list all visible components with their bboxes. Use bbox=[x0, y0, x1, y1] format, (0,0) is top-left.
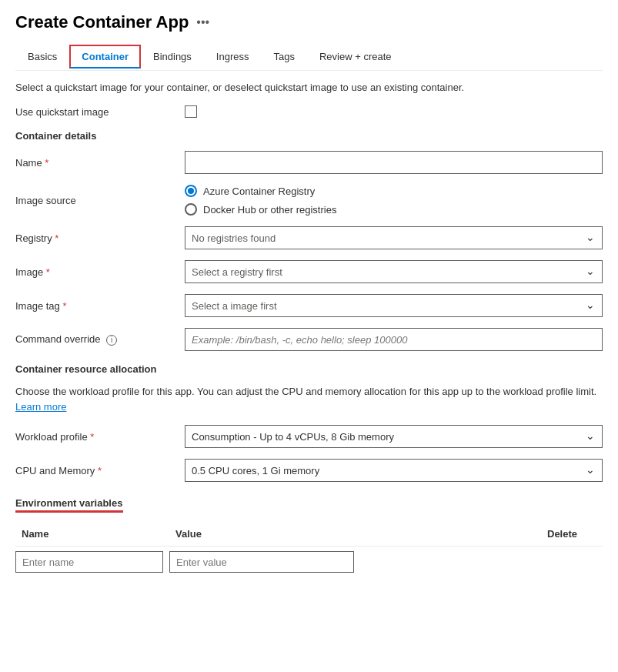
ellipsis-menu-icon[interactable]: ••• bbox=[196, 15, 209, 29]
cpu-memory-control: 0.5 CPU cores, 1 Gi memory bbox=[185, 459, 603, 482]
name-row: Name * bbox=[15, 151, 603, 174]
command-override-row: Command override i bbox=[15, 328, 603, 351]
quickstart-checkbox[interactable] bbox=[185, 105, 197, 118]
tab-ingress[interactable]: Ingress bbox=[204, 45, 262, 70]
container-details-title: Container details bbox=[15, 130, 603, 142]
tab-container[interactable]: Container bbox=[69, 45, 141, 69]
cpu-memory-label: CPU and Memory * bbox=[15, 465, 185, 476]
image-select[interactable]: Select a registry first bbox=[185, 260, 603, 283]
tab-review-create[interactable]: Review + create bbox=[307, 45, 404, 70]
image-tag-select[interactable]: Select a image first bbox=[185, 294, 603, 317]
env-row-1 bbox=[15, 551, 603, 573]
image-label: Image * bbox=[15, 266, 185, 278]
env-name-input[interactable] bbox=[15, 551, 163, 573]
radio-acr-label: Azure Container Registry bbox=[203, 186, 315, 197]
learn-more-link[interactable]: Learn more bbox=[15, 401, 66, 413]
registry-select[interactable]: No registries found bbox=[185, 226, 603, 249]
tab-tags[interactable]: Tags bbox=[261, 45, 306, 70]
image-source-label: Image source bbox=[15, 195, 185, 206]
registry-select-wrapper: No registries found bbox=[185, 226, 603, 249]
workload-select[interactable]: Consumption - Up to 4 vCPUs, 8 Gib memor… bbox=[185, 425, 603, 448]
workload-profile-label: Workload profile * bbox=[15, 431, 185, 443]
image-row: Image * Select a registry first bbox=[15, 260, 603, 283]
env-table: Name Value Delete bbox=[15, 522, 603, 573]
env-col-name-header: Name bbox=[15, 525, 169, 543]
tab-bar: Basics Container Bindings Ingress Tags R… bbox=[15, 45, 603, 71]
cpu-memory-row: CPU and Memory * 0.5 CPU cores, 1 Gi mem… bbox=[15, 459, 603, 482]
workload-profile-control: Consumption - Up to 4 vCPUs, 8 Gib memor… bbox=[185, 425, 603, 448]
env-variables-section: Environment variables Name Value Delete bbox=[15, 497, 603, 573]
radio-docker[interactable]: Docker Hub or other registries bbox=[185, 203, 603, 216]
image-source-radio-group: Azure Container Registry Docker Hub or o… bbox=[185, 185, 603, 216]
image-source-control: Azure Container Registry Docker Hub or o… bbox=[185, 185, 603, 216]
command-override-label: Command override i bbox=[15, 333, 185, 346]
radio-acr-circle[interactable] bbox=[185, 185, 197, 197]
image-control: Select a registry first bbox=[185, 260, 603, 283]
resource-allocation-title: Container resource allocation bbox=[15, 363, 603, 375]
tab-bindings[interactable]: Bindings bbox=[141, 45, 204, 70]
name-label: Name * bbox=[15, 157, 185, 169]
radio-docker-circle[interactable] bbox=[185, 203, 197, 216]
cpu-memory-select[interactable]: 0.5 CPU cores, 1 Gi memory bbox=[185, 459, 603, 482]
name-input[interactable] bbox=[185, 151, 603, 174]
quickstart-label: Use quickstart image bbox=[15, 106, 185, 118]
workload-profile-row: Workload profile * Consumption - Up to 4… bbox=[15, 425, 603, 448]
cpu-memory-select-wrapper: 0.5 CPU cores, 1 Gi memory bbox=[185, 459, 603, 482]
resource-allocation-desc: Choose the workload profile for this app… bbox=[15, 384, 603, 414]
radio-docker-label: Docker Hub or other registries bbox=[203, 204, 336, 216]
resource-allocation-section: Container resource allocation Choose the… bbox=[15, 363, 603, 414]
page-description: Select a quickstart image for your conta… bbox=[15, 82, 603, 93]
env-variables-title: Environment variables bbox=[15, 497, 603, 509]
tab-basics[interactable]: Basics bbox=[15, 45, 69, 70]
image-select-wrapper: Select a registry first bbox=[185, 260, 603, 283]
page-title: Create Container App bbox=[15, 12, 189, 32]
command-override-control bbox=[185, 328, 603, 351]
env-col-delete-header: Delete bbox=[541, 525, 603, 543]
workload-select-wrapper: Consumption - Up to 4 vCPUs, 8 Gib memor… bbox=[185, 425, 603, 448]
registry-control: No registries found bbox=[185, 226, 603, 249]
env-col-value-header: Value bbox=[169, 525, 541, 543]
command-override-info-icon[interactable]: i bbox=[106, 335, 117, 346]
radio-acr[interactable]: Azure Container Registry bbox=[185, 185, 603, 197]
env-variables-underline bbox=[15, 510, 123, 513]
image-tag-select-wrapper: Select a image first bbox=[185, 294, 603, 317]
quickstart-row: Use quickstart image bbox=[15, 105, 603, 118]
command-override-input[interactable] bbox=[185, 328, 603, 351]
name-control bbox=[185, 151, 603, 174]
registry-row: Registry * No registries found bbox=[15, 226, 603, 249]
env-table-header: Name Value Delete bbox=[15, 522, 603, 547]
image-source-row: Image source Azure Container Registry Do… bbox=[15, 185, 603, 216]
registry-label: Registry * bbox=[15, 232, 185, 244]
env-value-input[interactable] bbox=[169, 551, 354, 573]
image-tag-row: Image tag * Select a image first bbox=[15, 294, 603, 317]
image-tag-control: Select a image first bbox=[185, 294, 603, 317]
image-tag-label: Image tag * bbox=[15, 300, 185, 312]
